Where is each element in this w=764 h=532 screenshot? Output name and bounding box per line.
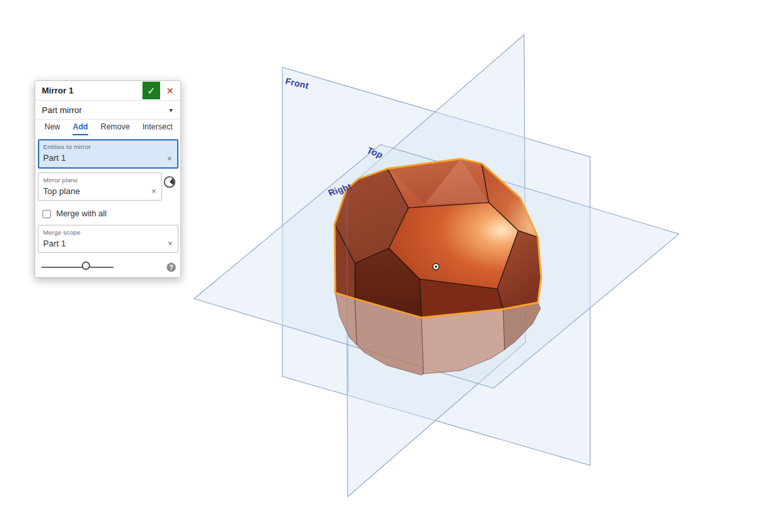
entities-to-mirror-field[interactable]: Entities to mirror Part 1 × [38,139,178,169]
slider-knob[interactable] [82,261,90,270]
clear-selection-icon[interactable]: × [167,239,173,248]
mirror-plane-label: Mirror plane [43,176,157,184]
rollback-clock-icon[interactable] [163,176,176,190]
point-marker[interactable] [433,263,439,269]
help-icon[interactable]: ? [167,263,176,272]
boolean-tabs: New Add Remove Intersect [35,120,180,137]
confirm-button[interactable]: ✓ [142,82,160,99]
cancel-button[interactable]: ✕ [163,82,176,99]
entities-field-label: Entities to mirror [43,143,173,150]
mirror-plane-value: Top plane [43,186,157,196]
check-icon: ✓ [147,85,156,97]
dialog-title: Mirror 1 [35,86,142,95]
merge-scope-field[interactable]: Merge scope Part 1 × [38,225,178,253]
mirror-plane-field[interactable]: Mirror plane Top plane × [38,173,162,201]
mirror-type-dropdown[interactable]: Part mirror ▾ [35,101,180,120]
tab-add[interactable]: Add [73,122,88,135]
opacity-slider-row: ? [35,261,182,274]
help-glyph: ? [169,264,173,271]
merge-scope-label: Merge scope [43,229,173,236]
entities-field-value: Part 1 [43,153,173,163]
merge-scope-value: Part 1 [43,239,173,248]
tab-remove[interactable]: Remove [101,122,130,135]
slider-track[interactable] [41,267,114,268]
clear-selection-icon[interactable]: × [151,187,156,195]
checkbox-label: Merge with all [56,209,107,218]
dialog-header: Mirror 1 ✓ ✕ [35,81,180,101]
mirror-feature-dialog: Mirror 1 ✓ ✕ Part mirror ▾ New Add Remov… [35,80,181,278]
mirror-type-value: Part mirror [35,105,169,115]
close-icon: ✕ [166,86,174,96]
checkbox-input[interactable] [42,210,51,218]
tab-intersect[interactable]: Intersect [142,122,173,135]
clear-selection-icon[interactable]: × [167,154,172,163]
chevron-down-icon: ▾ [169,107,180,114]
tab-new[interactable]: New [44,122,60,135]
merge-with-all-checkbox[interactable]: Merge with all [42,209,107,218]
